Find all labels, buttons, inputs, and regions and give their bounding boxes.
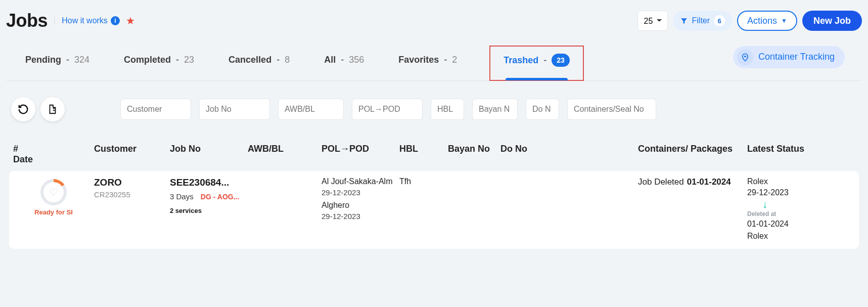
row-pol-dest-date: 29-12-2023 bbox=[322, 212, 399, 221]
tab-label: Favorites bbox=[398, 55, 439, 65]
page-size-select[interactable]: 25 bbox=[637, 11, 668, 31]
tab-count: 2 bbox=[452, 55, 457, 65]
tab-trashed[interactable]: Trashed - 23 bbox=[501, 47, 572, 80]
col-index: # bbox=[13, 144, 94, 154]
row-job-no: SEE230684... bbox=[170, 177, 248, 188]
tab-favorites[interactable]: Favorites - 2 bbox=[396, 46, 459, 80]
tab-count: 8 bbox=[285, 55, 290, 65]
heart-icon[interactable]: ♡ bbox=[49, 186, 58, 198]
row-date-deleted: 01-01-2024 bbox=[747, 220, 813, 229]
col-jobno: Job No bbox=[170, 144, 248, 154]
progress-ring: ♡ bbox=[40, 179, 67, 205]
row-customer-code: CR230255 bbox=[94, 190, 170, 199]
container-tracking-label: Container Tracking bbox=[758, 52, 835, 62]
filter-jobno-input[interactable] bbox=[199, 99, 270, 120]
row-days: 3 Days bbox=[170, 192, 194, 201]
col-date: Date bbox=[13, 154, 94, 165]
filter-customer-input[interactable] bbox=[120, 99, 191, 120]
how-it-works-label: How it works bbox=[62, 16, 108, 25]
chevron-down-icon: ▼ bbox=[781, 17, 787, 24]
how-it-works-link[interactable]: How it works i bbox=[62, 16, 120, 25]
filter-bayan-input[interactable] bbox=[472, 99, 518, 120]
col-containers: Containers/ Packages bbox=[638, 144, 747, 154]
filter-count: 6 bbox=[714, 15, 725, 26]
row-latest-status-prefix: Job Deleted bbox=[638, 177, 684, 187]
svg-point-0 bbox=[744, 55, 746, 57]
col-hbl: HBL bbox=[399, 144, 448, 154]
export-button[interactable] bbox=[40, 97, 65, 121]
filter-button[interactable]: Filter 6 bbox=[673, 11, 733, 31]
col-customer: Customer bbox=[94, 144, 170, 154]
row-dg-badge: DG - AOG... bbox=[201, 193, 239, 201]
filter-dono-input[interactable] bbox=[526, 99, 559, 120]
row-customer-name: ZORO bbox=[94, 177, 170, 188]
filter-containers-input[interactable] bbox=[567, 99, 656, 120]
tab-pending[interactable]: Pending - 324 bbox=[23, 46, 92, 80]
info-icon: i bbox=[111, 16, 120, 25]
col-dono: Do No bbox=[500, 144, 638, 154]
tab-label: Completed bbox=[124, 55, 171, 65]
tab-label: Cancelled bbox=[229, 55, 271, 65]
page-title: Jobs bbox=[6, 10, 48, 31]
col-pol: POL→POD bbox=[322, 144, 399, 154]
tab-completed[interactable]: Completed - 23 bbox=[122, 46, 196, 80]
filter-icon bbox=[680, 17, 688, 25]
row-pol-origin-date: 29-12-2023 bbox=[322, 188, 399, 197]
actions-button[interactable]: Actions ▼ bbox=[737, 11, 797, 31]
tab-label: Trashed bbox=[504, 55, 538, 66]
row-latest-status-date: 01-01-2024 bbox=[687, 177, 731, 187]
row-pol-origin: Al Jouf-Sakaka-Alm bbox=[322, 177, 399, 186]
row-date-user1: Rolex bbox=[747, 177, 813, 186]
col-bayan: Bayan No bbox=[448, 144, 500, 154]
refresh-icon bbox=[18, 104, 29, 115]
row-status-text: Ready for SI bbox=[34, 208, 73, 216]
col-latest: Latest Status bbox=[747, 144, 813, 154]
export-icon bbox=[47, 104, 58, 115]
actions-label: Actions bbox=[747, 16, 777, 26]
container-tracking-button[interactable]: Container Tracking bbox=[733, 46, 845, 68]
filter-hbl-input[interactable] bbox=[431, 99, 464, 120]
row-pol-dest: Alghero bbox=[322, 201, 399, 210]
row-services: 2 services bbox=[170, 207, 248, 214]
tab-count: 356 bbox=[349, 55, 364, 65]
row-date-created: 29-12-2023 bbox=[747, 188, 813, 197]
refresh-button[interactable] bbox=[11, 97, 35, 121]
filter-awb-input[interactable] bbox=[278, 99, 344, 120]
tab-all[interactable]: All - 356 bbox=[322, 46, 366, 80]
tab-label: Pending bbox=[25, 55, 61, 65]
tab-count: 23 bbox=[184, 55, 194, 65]
tab-count: 23 bbox=[552, 54, 570, 67]
row-hbl: Tfh bbox=[399, 177, 448, 186]
arrow-down-icon: ↓ bbox=[762, 199, 813, 209]
tab-count: 324 bbox=[74, 55, 89, 65]
table-row[interactable]: ♡ Ready for SI ZORO CR230255 SEE230684..… bbox=[9, 171, 859, 249]
row-deleted-at-label: Deleted at bbox=[747, 210, 813, 217]
title-divider: | bbox=[54, 16, 56, 25]
star-icon[interactable]: ★ bbox=[126, 15, 135, 27]
col-awb: AWB/BL bbox=[248, 144, 322, 154]
row-date-user2: Rolex bbox=[747, 232, 813, 241]
new-job-button[interactable]: New Job bbox=[802, 11, 862, 31]
filter-label: Filter bbox=[692, 16, 710, 25]
tab-cancelled[interactable]: Cancelled - 8 bbox=[226, 46, 292, 80]
filter-pol-input[interactable] bbox=[352, 99, 423, 120]
tab-label: All bbox=[324, 55, 336, 65]
pin-icon bbox=[737, 49, 753, 65]
